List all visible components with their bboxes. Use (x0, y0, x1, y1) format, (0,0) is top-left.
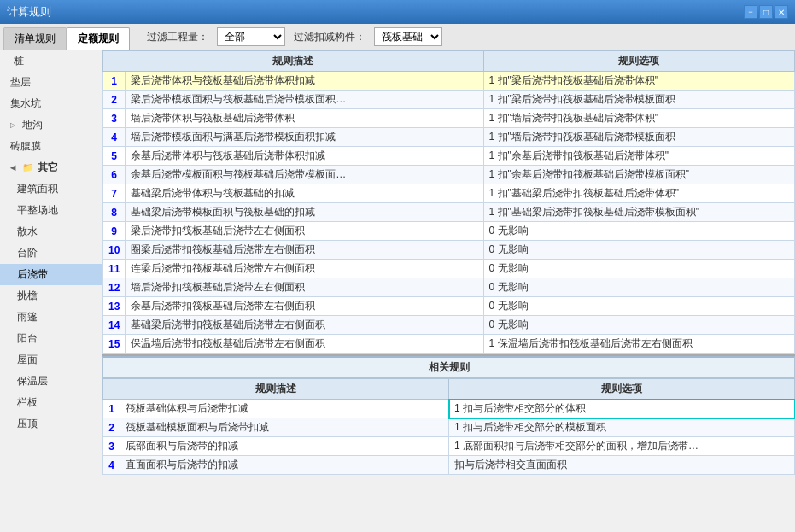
row-number: 1 (103, 400, 120, 418)
table-row[interactable]: 10 圈梁后浇带扣筏板基础后浇带左右侧面积 0 无影响 (103, 241, 795, 260)
tab-dinge[interactable]: 定额规则 (67, 27, 130, 50)
row-number: 5 (103, 147, 126, 166)
rule-option: 1 保温墙后浇带扣筏板基础后浇带左右侧面积 (483, 335, 795, 354)
related-table-row[interactable]: 1 筏板基础体积与后浇带扣减 1 扣与后浇带相交部分的体积 (103, 400, 795, 418)
sidebar-item-yupeng[interactable]: 雨篷 (0, 307, 102, 328)
sidebar-item-zhuang[interactable]: 桩 (0, 50, 102, 72)
expand-icon: ▷ (10, 121, 19, 129)
sidebar-item-label: 雨篷 (17, 310, 38, 324)
filter-project-select[interactable]: 全部 (217, 27, 285, 46)
table-row[interactable]: 4 墙后浇带模板面积与满基后浇带模板面积扣减 1 扣"墙后浇带扣筏板基础后浇带模… (103, 128, 795, 147)
row-number: 8 (103, 203, 126, 222)
row-number: 10 (103, 241, 126, 260)
sidebar-item-digou[interactable]: ▷ 地沟 (0, 114, 102, 136)
main-rules-table: 规则描述 规则选项 1 梁后浇带体积与筏板基础后浇带体积扣减 1 扣"梁后浇带扣… (102, 50, 795, 354)
tab-qingdan[interactable]: 清单规则 (3, 27, 67, 50)
sidebar-item-label: 保温层 (17, 374, 48, 389)
row-number: 7 (103, 184, 126, 203)
related-table-row[interactable]: 2 筏板基础模板面积与后浇带扣减 1 扣与后浇带相交部分的模板面积 (103, 418, 795, 437)
sidebar-item-qita[interactable]: ◀ 📁 其它 (0, 157, 102, 178)
main-table-header-desc: 规则描述 (103, 51, 484, 72)
rule-option: 0 无影响 (483, 241, 795, 260)
rule-option: 1 扣与后浇带相交部分的模板面积 (449, 418, 795, 437)
rule-desc: 连梁后浇带扣筏板基础后浇带左右侧面积 (126, 260, 483, 278)
sidebar-item-label: 砖腹膜 (10, 139, 41, 154)
rule-desc: 基础梁后浇带扣筏板基础后浇带左右侧面积 (126, 316, 483, 335)
table-row[interactable]: 12 墙后浇带扣筏板基础后浇带左右侧面积 0 无影响 (103, 278, 795, 297)
rule-desc: 基础梁后浇带模板面积与筏板基础的扣减 (126, 203, 483, 222)
related-table-row[interactable]: 4 直面面积与后浇带的扣减 扣与后浇带相交直面面积 (103, 456, 795, 475)
table-row[interactable]: 1 梁后浇带体积与筏板基础后浇带体积扣减 1 扣"梁后浇带扣筏板基础后浇带体积" (103, 72, 795, 91)
row-number: 15 (103, 335, 126, 354)
sidebar-item-jishuikeng[interactable]: 集水坑 (0, 93, 102, 114)
rule-option: 1 扣"余基后浇带扣筏板基础后浇带体积" (483, 147, 795, 166)
table-row[interactable]: 15 保温墙后浇带扣筏板基础后浇带左右侧面积 1 保温墙后浇带扣筏板基础后浇带左… (103, 335, 795, 354)
rule-desc: 筏板基础体积与后浇带扣减 (120, 400, 449, 418)
table-row[interactable]: 14 基础梁后浇带扣筏板基础后浇带左右侧面积 0 无影响 (103, 316, 795, 335)
sidebar-item-sanshui[interactable]: 散水 (0, 221, 102, 243)
collapse-icon: ◀ (10, 164, 19, 172)
row-number: 2 (103, 418, 120, 437)
rule-desc: 余基后浇带扣筏板基础后浇带左右侧面积 (126, 297, 483, 316)
sidebar-item-tiaotian[interactable]: 挑檐 (0, 285, 102, 307)
sidebar-item-diceng[interactable]: 垫层 (0, 72, 102, 93)
rule-desc: 保温墙后浇带扣筏板基础后浇带左右侧面积 (126, 335, 483, 354)
rule-option: 1 扣"余基后浇带扣筏板基础后浇带模板面积" (483, 166, 795, 184)
close-button[interactable]: ✕ (775, 5, 788, 19)
rule-option: 1 扣"墙后浇带扣筏板基础后浇带体积" (483, 109, 795, 128)
rule-option: 0 无影响 (483, 222, 795, 241)
rule-option: 扣与后浇带相交直面面积 (449, 456, 795, 475)
minimize-button[interactable]: － (744, 5, 757, 19)
maximize-button[interactable]: □ (759, 5, 773, 19)
title-bar: 计算规则 － □ ✕ (0, 0, 795, 24)
table-row[interactable]: 6 余基后浇带模板面积与筏板基础后浇带模板面… 1 扣"余基后浇带扣筏板基础后浇… (103, 166, 795, 184)
main-rules-section: 规则描述 规则选项 1 梁后浇带体积与筏板基础后浇带体积扣减 1 扣"梁后浇带扣… (102, 50, 795, 354)
main-table-header-option: 规则选项 (483, 51, 795, 72)
table-row[interactable]: 13 余基后浇带扣筏板基础后浇带左右侧面积 0 无影响 (103, 297, 795, 316)
filter-component-select[interactable]: 筏板基础 (374, 27, 442, 46)
table-row[interactable]: 11 连梁后浇带扣筏板基础后浇带左右侧面积 0 无影响 (103, 260, 795, 278)
table-row[interactable]: 9 梁后浇带扣筏板基础后浇带左右侧面积 0 无影响 (103, 222, 795, 241)
rule-desc: 梁后浇带体积与筏板基础后浇带体积扣减 (126, 72, 483, 91)
table-row[interactable]: 8 基础梁后浇带模板面积与筏板基础的扣减 1 扣"基础梁后浇带扣筏板基础后浇带模… (103, 203, 795, 222)
sidebar-item-label: 地沟 (22, 118, 43, 132)
sidebar-item-yangtai[interactable]: 阳台 (0, 328, 102, 349)
sidebar-item-taijie[interactable]: 台阶 (0, 243, 102, 264)
related-table-row[interactable]: 3 底部面积与后浇带的扣减 1 底部面积扣与后浇带相交部分的面积，增加后浇带… (103, 437, 795, 456)
table-row[interactable]: 7 基础梁后浇带体积与筏板基础的扣减 1 扣"基础梁后浇带扣筏板基础后浇带体积" (103, 184, 795, 203)
sidebar: 桩 垫层 集水坑 ▷ 地沟 砖腹膜 ◀ 📁 其它 建筑面积 平整场地 散水 (0, 50, 102, 491)
row-number: 11 (103, 260, 126, 278)
sidebar-item-jianzhummianji[interactable]: 建筑面积 (0, 178, 102, 200)
rule-option: 1 扣"墙后浇带扣筏板基础后浇带模板面积 (483, 128, 795, 147)
row-number: 3 (103, 437, 120, 456)
filter-component-label: 过滤扣减构件： (294, 30, 365, 44)
rule-desc: 墙后浇带体积与筏板基础后浇带体积 (126, 109, 483, 128)
row-number: 4 (103, 128, 126, 147)
sidebar-item-label: 后浇带 (17, 267, 48, 282)
sidebar-item-label: 垫层 (10, 75, 31, 90)
table-row[interactable]: 2 梁后浇带模板面积与筏板基础后浇带模板面积… 1 扣"梁后浇带扣筏板基础后浇带… (103, 91, 795, 109)
rule-option: 1 扣"基础梁后浇带扣筏板基础后浇带体积" (483, 184, 795, 203)
rule-option: 1 底部面积扣与后浇带相交部分的面积，增加后浇带… (449, 437, 795, 456)
sidebar-item-lanban[interactable]: 栏板 (0, 392, 102, 413)
table-row[interactable]: 5 余基后浇带体积与筏板基础后浇带体积扣减 1 扣"余基后浇带扣筏板基础后浇带体… (103, 147, 795, 166)
folder-icon: 📁 (22, 162, 34, 173)
related-rules-section: 相关规则 规则描述 规则选项 1 筏板基础体积与后浇带扣减 1 扣与后浇带相交部… (102, 354, 795, 491)
row-number: 2 (103, 91, 126, 109)
sidebar-item-label: 挑檐 (17, 289, 38, 303)
rule-option: 1 扣"梁后浇带扣筏板基础后浇带模板面积 (483, 91, 795, 109)
main-content: 规则描述 规则选项 1 梁后浇带体积与筏板基础后浇带体积扣减 1 扣"梁后浇带扣… (102, 50, 795, 491)
sidebar-item-label: 桩 (14, 54, 24, 68)
sidebar-item-yaya[interactable]: 压顶 (0, 413, 102, 435)
sidebar-item-pinzhengchangdi[interactable]: 平整场地 (0, 200, 102, 221)
sidebar-item-baowenceng[interactable]: 保温层 (0, 371, 102, 392)
rule-desc: 梁后浇带扣筏板基础后浇带左右侧面积 (126, 222, 483, 241)
sidebar-item-label: 其它 (38, 161, 58, 175)
sidebar-item-wumian[interactable]: 屋面 (0, 349, 102, 371)
window-title: 计算规则 (7, 4, 51, 20)
sidebar-item-zhuanfu[interactable]: 砖腹膜 (0, 136, 102, 157)
table-row[interactable]: 3 墙后浇带体积与筏板基础后浇带体积 1 扣"墙后浇带扣筏板基础后浇带体积" (103, 109, 795, 128)
sidebar-item-houliaodai[interactable]: 后浇带 (0, 264, 102, 285)
rule-desc: 余基后浇带模板面积与筏板基础后浇带模板面… (126, 166, 483, 184)
rule-option: 1 扣"梁后浇带扣筏板基础后浇带体积" (483, 72, 795, 91)
